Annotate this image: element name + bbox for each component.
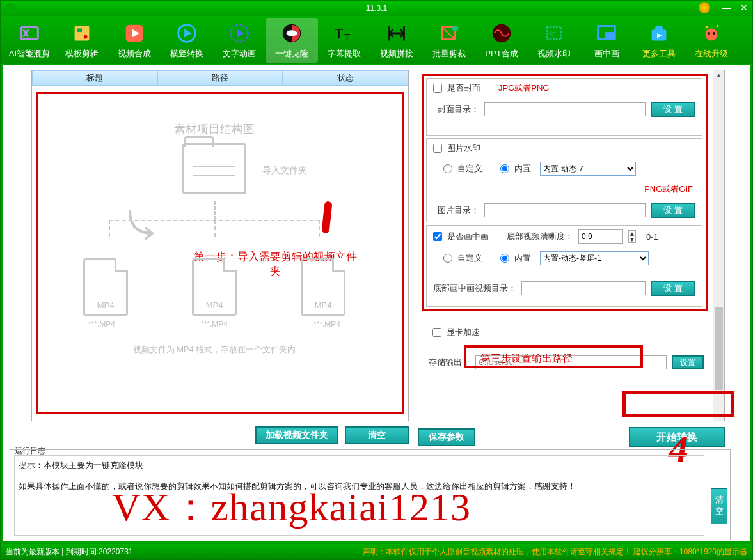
svg-point-3	[84, 35, 88, 38]
toolbar-video-concat[interactable]: 视频拼接	[370, 18, 423, 63]
output-set-button[interactable]: 设置	[672, 355, 704, 369]
toolbar-batch-trim[interactable]: 批量剪裁	[423, 18, 475, 63]
cover-label: 是否封面	[447, 82, 480, 94]
diagram-note: 视频文件为 MP4 格式，存放在一个文件夹内	[70, 344, 358, 355]
vip-badge-icon[interactable]	[699, 2, 710, 13]
svg-rect-2	[77, 28, 82, 32]
toolbar-label: 在线升级	[695, 48, 728, 59]
svg-point-27	[706, 26, 708, 28]
one-click-clone-icon	[280, 21, 304, 45]
toolbar-more-tools[interactable]: 更多工具	[633, 18, 685, 63]
orient-convert-icon	[175, 21, 199, 45]
svg-point-24	[706, 28, 718, 40]
close-button[interactable]: ✕	[738, 2, 750, 13]
pip-dir-input[interactable]	[521, 281, 646, 295]
watermark-text: VX：zhangkaiai1213	[112, 480, 471, 534]
svg-point-15	[452, 25, 459, 31]
toolbar-label: 视频合成	[118, 48, 151, 59]
gpu-checkbox[interactable]	[432, 328, 441, 337]
wm-dir-button[interactable]: 设 置	[651, 203, 695, 218]
minimize-button[interactable]: —	[720, 2, 732, 13]
toolbar-pip[interactable]: 画中画	[580, 18, 633, 63]
toolbar-one-click-clone[interactable]: 一键克隆	[266, 18, 318, 63]
video-concat-icon	[384, 21, 409, 45]
gpu-row: 显卡加速	[426, 323, 702, 341]
wm-builtin-select[interactable]: 内置-动态-7	[540, 162, 636, 176]
toolbar-label: 更多工具	[642, 48, 676, 59]
status-right: 声明：本软件仅用于个人原创音视频素材的处理，使用本软件请遵守相关规定！ 建议分辨…	[363, 547, 747, 557]
mp4-label: ***.MP4	[313, 320, 340, 329]
toolbar-ai-mix[interactable]: AI智能混剪	[3, 18, 56, 63]
batch-trim-icon	[437, 21, 461, 45]
svg-text:T: T	[335, 24, 344, 41]
wm-builtin-radio[interactable]	[500, 164, 509, 173]
col-path[interactable]: 路径	[157, 70, 283, 86]
structure-diagram: 素材项目结构图 导入文件夹 第一步：导入需要剪辑的视频文件夹 MP4	[70, 121, 358, 355]
spinner-icon[interactable]: ▲▼	[628, 230, 636, 243]
toolbar-subtitle-extract[interactable]: TT字幕提取	[318, 18, 370, 63]
pip-clarity-input[interactable]	[578, 229, 623, 244]
col-status[interactable]: 状态	[283, 70, 408, 86]
toolbar-label: 一键克隆	[275, 48, 308, 59]
toolbar-label: AI智能混剪	[9, 48, 50, 59]
mp4-label: ***.MP4	[88, 320, 115, 329]
pip-group: 是否画中画 底部视频清晰度： ▲▼ 0-1 自定义 内置 内置-动态-竖屏-1 …	[426, 225, 702, 307]
cover-hint: JPG或者PNG	[498, 82, 549, 94]
svg-rect-22	[655, 26, 662, 31]
scroll-thumb[interactable]	[715, 307, 723, 390]
toolbar-label: 模板剪辑	[65, 48, 99, 59]
toolbar-video-merge[interactable]: 视频合成	[108, 18, 161, 63]
pip-builtin-label: 内置	[514, 253, 531, 264]
wm-custom-radio[interactable]	[443, 164, 452, 173]
svg-point-26	[713, 32, 715, 35]
toolbar-text-anim[interactable]: 文字动画	[213, 18, 266, 63]
gpu-label: 显卡加速	[447, 327, 480, 338]
diagram-title: 素材项目结构图	[70, 121, 358, 137]
save-params-button[interactable]: 保存参数	[418, 428, 475, 446]
clear-list-button[interactable]: 清空	[345, 426, 409, 444]
status-left: 当前为最新版本 | 到期时间:20220731	[6, 547, 133, 557]
mp4-label: ***.MP4	[201, 320, 228, 329]
wm-builtin-label: 内置	[514, 163, 531, 175]
import-hint: 导入文件夹	[262, 165, 307, 176]
wm-label: 图片水印	[447, 143, 480, 154]
toolbar-label: 视频拼接	[380, 48, 413, 59]
toolbar-template-edit[interactable]: 模板剪辑	[56, 18, 108, 63]
app-version: 11.3.1	[366, 4, 387, 13]
right-scrollbar[interactable]: ▲ ▼	[713, 70, 724, 421]
toolbar-ppt-merge[interactable]: PPT合成	[475, 18, 528, 63]
svg-text:印: 印	[549, 30, 556, 38]
col-title[interactable]: 标题	[32, 70, 157, 86]
cover-dir-button[interactable]: 设 置	[651, 102, 695, 117]
wm-custom-label: 自定义	[457, 163, 482, 175]
toolbar-label: 视频水印	[537, 48, 571, 59]
cover-checkbox[interactable]	[433, 84, 442, 93]
wm-dir-input[interactable]	[484, 203, 646, 217]
wm-dir-label: 图片目录：	[433, 205, 479, 216]
pip-custom-radio[interactable]	[443, 254, 452, 263]
wm-checkbox[interactable]	[433, 144, 442, 153]
ppt-merge-icon	[489, 21, 514, 45]
app-logo-icon	[4, 3, 16, 14]
annotation-text-3: 第三步设置输出路径	[480, 352, 573, 366]
toolbar-orient-convert[interactable]: 横竖转换	[161, 18, 213, 63]
pip-checkbox[interactable]	[433, 232, 442, 241]
mp4-file-icon: MP4	[192, 258, 237, 316]
pip-icon	[594, 21, 619, 45]
pip-builtin-select[interactable]: 内置-动态-竖屏-1	[540, 251, 649, 265]
log-clear-button[interactable]: 清空	[711, 488, 727, 524]
svg-point-11	[286, 30, 297, 36]
watermark-group: 图片水印 自定义 内置 内置-动态-7 PNG或者GIF 图片目录： 设 置	[426, 138, 702, 222]
subtitle-extract-icon: TT	[332, 21, 356, 45]
log-line: 提示：本模块主要为一键克隆模块	[19, 460, 700, 471]
svg-rect-0	[21, 27, 38, 39]
pip-builtin-radio[interactable]	[500, 254, 509, 263]
pip-dir-button[interactable]: 设 置	[651, 281, 695, 296]
cover-dir-input[interactable]	[484, 102, 646, 116]
toolbar-video-wm[interactable]: 印视频水印	[528, 18, 580, 63]
scroll-up-icon[interactable]: ▲	[713, 70, 724, 81]
pip-range: 0-1	[646, 232, 658, 242]
load-folder-button[interactable]: 加载视频文件夹	[255, 426, 338, 444]
cover-group: 是否封面 JPG或者PNG 封面目录： 设 置	[426, 78, 702, 136]
toolbar-online-upgrade[interactable]: 在线升级	[685, 18, 738, 63]
